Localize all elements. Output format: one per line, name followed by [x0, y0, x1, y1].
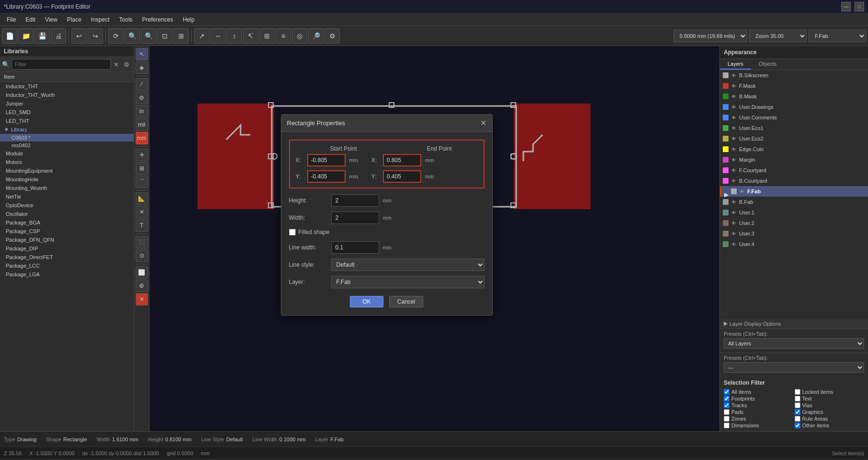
- list-item[interactable]: NetTie: [0, 192, 134, 201]
- refresh-btn[interactable]: ⟳: [108, 28, 124, 44]
- drc2-tool[interactable]: ✕: [136, 293, 148, 306]
- end-y-input[interactable]: [383, 170, 421, 183]
- arc-tool[interactable]: ⌒: [136, 176, 148, 188]
- list-item[interactable]: Package_LCC: [0, 261, 134, 270]
- filter-graphics-checkbox[interactable]: [795, 409, 800, 415]
- list-item[interactable]: Package_DIP: [0, 244, 134, 253]
- layer-item-bmask[interactable]: 👁 B.Mask: [720, 91, 868, 102]
- grid2-tool[interactable]: ⊞: [136, 162, 148, 175]
- menu-inspect[interactable]: Inspect: [86, 15, 115, 24]
- inspect-local-tool[interactable]: ⚙: [136, 92, 148, 104]
- library-group-item[interactable]: C0603 *: [0, 134, 134, 142]
- list-item[interactable]: Mounting_Wuerth: [0, 184, 134, 192]
- list-item[interactable]: Inductor_THT: [0, 82, 134, 91]
- filter-vias-checkbox[interactable]: [795, 402, 800, 408]
- line-width-input[interactable]: [331, 241, 379, 254]
- select-tool[interactable]: ↖: [136, 48, 148, 60]
- layer-item-bfab[interactable]: 👁 B.Fab: [720, 197, 868, 207]
- list-item[interactable]: Package_CSP: [0, 227, 134, 236]
- maximize-btn[interactable]: □: [855, 2, 864, 12]
- layer-display-options[interactable]: ▶ Layer Display Options: [720, 318, 868, 329]
- filter-tracks-checkbox[interactable]: [724, 402, 729, 408]
- start-y-input[interactable]: [307, 170, 346, 183]
- grid-dropdown[interactable]: 0.5000 mm (19.69 mils): [673, 30, 747, 42]
- align-btn[interactable]: ≡: [276, 28, 291, 44]
- text-tool[interactable]: T: [136, 219, 148, 232]
- cursor-tool[interactable]: ✛: [136, 149, 148, 161]
- drc-tool[interactable]: ⊙: [136, 249, 148, 262]
- filter-rule-areas-checkbox[interactable]: [795, 416, 800, 422]
- layer-item-user2[interactable]: 👁 User.2: [720, 218, 868, 228]
- menu-edit[interactable]: Edit: [21, 15, 40, 24]
- route-tool[interactable]: ∕: [136, 78, 148, 91]
- open-btn[interactable]: 📁: [18, 28, 34, 44]
- width-input[interactable]: [331, 212, 379, 224]
- canvas-area[interactable]: Rectangle Properties ✕ Start Point End P…: [150, 46, 719, 431]
- layer-item-fcourtyard[interactable]: 👁 F.Courtyard: [720, 165, 868, 176]
- layer-item-user1[interactable]: 👁 User.1: [720, 207, 868, 218]
- filter-all-items-checkbox[interactable]: [724, 389, 729, 395]
- grid-btn[interactable]: ⊞: [259, 28, 275, 44]
- list-item[interactable]: Package_DFN_QFN: [0, 236, 134, 244]
- filter-zones-checkbox[interactable]: [724, 416, 729, 422]
- flip-h-btn[interactable]: ↔: [210, 28, 226, 44]
- list-item[interactable]: MountingEquipment: [0, 166, 134, 175]
- filter-other-items-checkbox[interactable]: [795, 423, 800, 428]
- layer-item-usercomments[interactable]: 👁 User.Comments: [720, 112, 868, 123]
- menu-place[interactable]: Place: [62, 15, 86, 24]
- mm-tool[interactable]: mm: [136, 132, 148, 144]
- layer-item-fmask[interactable]: 👁 F.Mask: [720, 81, 868, 91]
- fab-btn[interactable]: ◎: [292, 28, 307, 44]
- layer-item-edgecuts[interactable]: 👁 Edge.Cuts: [720, 144, 868, 154]
- cancel-button[interactable]: Cancel: [389, 296, 423, 307]
- menu-view[interactable]: View: [40, 15, 62, 24]
- layer-item-bsilkscreen[interactable]: 👁 B.Silkscreen: [720, 70, 868, 81]
- layer-item-user4[interactable]: 👁 User.4: [720, 239, 868, 249]
- zoom-in-btn[interactable]: 🔍: [125, 28, 140, 44]
- redo-btn[interactable]: ↪: [88, 28, 103, 44]
- print-btn[interactable]: 🖨: [51, 28, 66, 44]
- filter-locked-items-checkbox[interactable]: [795, 389, 800, 395]
- layer-item-userdrawings[interactable]: 👁 User.Drawings: [720, 102, 868, 112]
- search-input[interactable]: [12, 59, 111, 70]
- menu-help[interactable]: Help: [178, 15, 199, 24]
- flip-v-btn[interactable]: ↕: [227, 28, 242, 44]
- presets2-dropdown[interactable]: ---: [724, 362, 864, 373]
- move-btn[interactable]: ↸: [243, 28, 258, 44]
- layer-item-user3[interactable]: 👁 User.3: [720, 228, 868, 239]
- filter-text-checkbox[interactable]: [795, 396, 800, 401]
- new-btn[interactable]: 📄: [2, 28, 17, 44]
- measure-tool[interactable]: 📐: [136, 192, 148, 205]
- list-item[interactable]: Package_DirectFET: [0, 253, 134, 261]
- pad-tool[interactable]: ⬜: [136, 266, 148, 279]
- tab-layers[interactable]: Layers: [720, 59, 751, 70]
- list-item[interactable]: Oscillator: [0, 210, 134, 218]
- rules-btn[interactable]: ⚙: [324, 28, 340, 44]
- layer-item-ffab[interactable]: ▶ 👁 F.Fab: [720, 186, 868, 197]
- mil-tool[interactable]: mil: [136, 118, 148, 131]
- menu-tools[interactable]: Tools: [115, 15, 138, 24]
- undo-btn[interactable]: ↩: [71, 28, 87, 44]
- menu-file[interactable]: File: [2, 15, 21, 24]
- mark-tool[interactable]: ✕: [136, 206, 148, 218]
- list-item[interactable]: MountingHole: [0, 175, 134, 184]
- search-settings-btn[interactable]: ⚙: [121, 59, 132, 70]
- inspect-btn[interactable]: 🔎: [308, 28, 324, 44]
- zoom-area-btn[interactable]: ⊞: [174, 28, 189, 44]
- layer-item-margin[interactable]: 👁 Margin: [720, 154, 868, 165]
- filter-footprints-checkbox[interactable]: [724, 396, 729, 401]
- save-btn[interactable]: 💾: [35, 28, 50, 44]
- list-item[interactable]: Package_BGA: [0, 218, 134, 227]
- minimize-btn[interactable]: —: [841, 2, 851, 12]
- in-tool[interactable]: in: [136, 105, 148, 118]
- layer-item-bcourtyard[interactable]: 👁 B.Courtyard: [720, 176, 868, 186]
- height-input[interactable]: [331, 194, 379, 207]
- start-x-input[interactable]: [307, 154, 346, 166]
- settings-tool[interactable]: ⚙: [136, 280, 148, 292]
- select-filter-tool[interactable]: ◈: [136, 61, 148, 74]
- list-item[interactable]: Package_LGA: [0, 270, 134, 279]
- layer-select[interactable]: F.Fab: [331, 276, 485, 288]
- list-item[interactable]: LED_THT: [0, 117, 134, 125]
- list-item[interactable]: OptoDevice: [0, 201, 134, 210]
- line-style-select[interactable]: Default: [331, 259, 485, 271]
